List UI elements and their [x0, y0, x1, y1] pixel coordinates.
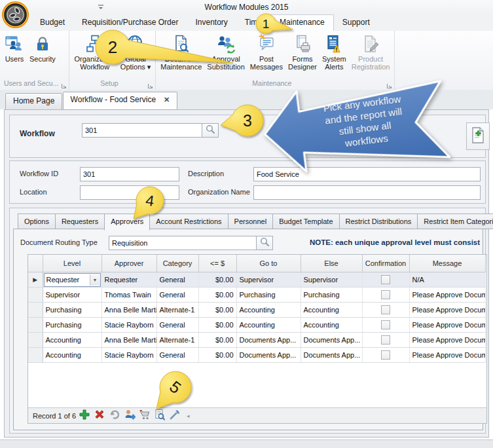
undo-button[interactable]: [108, 409, 121, 422]
delete-button[interactable]: [93, 409, 106, 422]
cell-confirmation[interactable]: [362, 333, 409, 348]
cell-goto[interactable]: Purchasing: [236, 288, 301, 303]
confirmation-checkbox[interactable]: [381, 335, 390, 345]
cell-amount[interactable]: $0.00: [198, 288, 236, 303]
cell-else[interactable]: Documents App...: [301, 348, 362, 363]
security-button[interactable]: Security: [27, 33, 58, 64]
cell-else[interactable]: Accounting: [301, 318, 362, 333]
cell-level[interactable]: Accounting: [43, 348, 101, 363]
cell-category[interactable]: General: [156, 288, 198, 303]
cell-else[interactable]: Documents App...: [301, 333, 362, 348]
cell-confirmation[interactable]: [362, 303, 409, 318]
dropdown-caret-icon[interactable]: ▼: [90, 274, 100, 286]
dialog-launcher-icon[interactable]: [61, 82, 67, 88]
ribbon-tab-support[interactable]: Support: [334, 14, 378, 30]
confirmation-checkbox[interactable]: [381, 350, 390, 360]
cell-else[interactable]: Supervisor: [301, 272, 362, 288]
tab-restrict-item-categories[interactable]: Restrict Item Categories: [417, 214, 493, 229]
cell-level[interactable]: Accounting: [43, 333, 101, 348]
level-editor[interactable]: Requester▼: [44, 273, 101, 287]
users-button[interactable]: Users: [2, 33, 27, 64]
doc-tab-workflow-food-service[interactable]: Workflow - Food Service✕: [63, 92, 178, 110]
cell-level[interactable]: Purchasing: [43, 303, 101, 318]
cell-message[interactable]: Please Approve Documen.: [409, 348, 485, 363]
column-header-category[interactable]: Category: [156, 255, 198, 272]
cell-approver[interactable]: Stacie Rayborn: [101, 318, 156, 333]
dialog-launcher-icon[interactable]: [386, 82, 392, 88]
ribbon-tab-maintenance[interactable]: Maintenance: [270, 14, 334, 31]
cell-category[interactable]: Alternate-1: [156, 303, 198, 318]
cell-confirmation[interactable]: [362, 318, 409, 333]
cell-amount[interactable]: $0.00: [198, 272, 236, 288]
approval-substitution-button[interactable]: ApprovalSubstitution: [204, 33, 247, 72]
column-header-else[interactable]: Else: [301, 255, 362, 272]
organization-name-input[interactable]: [253, 185, 481, 200]
cell-message[interactable]: N/A: [409, 272, 485, 288]
cell-level[interactable]: Purchasing: [43, 318, 101, 333]
workflow-input[interactable]: [82, 123, 204, 138]
close-icon[interactable]: ✕: [164, 92, 170, 107]
global-options-button[interactable]: iGlobalOptions ▾: [118, 33, 154, 72]
description-input[interactable]: [253, 167, 481, 181]
cell-approver[interactable]: Anna Belle Martin: [101, 303, 156, 318]
table-row[interactable]: PurchasingAnna Belle MartinAlternate-1$0…: [28, 303, 485, 318]
cell-goto[interactable]: Documents App...: [236, 348, 301, 363]
column-header-confirmation[interactable]: Confirmation: [362, 255, 409, 272]
tab-budget-template[interactable]: Budget Template: [272, 214, 339, 229]
cell-goto[interactable]: Accounting: [236, 318, 301, 333]
location-input[interactable]: [80, 185, 179, 200]
scroll-left-icon[interactable]: ◂: [187, 413, 190, 419]
cell-category[interactable]: Alternate-1: [156, 333, 198, 348]
cell-confirmation[interactable]: [362, 288, 409, 303]
ribbon-tab-requisition-purchase-order[interactable]: Requisition/Purchase Order: [73, 14, 187, 30]
tab-personnel[interactable]: Personnel: [228, 214, 274, 229]
preview-button[interactable]: [153, 409, 166, 422]
cell-approver[interactable]: Thomas Twain: [101, 288, 156, 303]
document-maintenance-button[interactable]: DocumentMaintenance: [158, 33, 204, 72]
new-record-button[interactable]: [466, 122, 490, 150]
confirmation-checkbox[interactable]: [381, 290, 390, 299]
cell-else[interactable]: Purchasing: [301, 288, 362, 303]
quick-access-caret-icon[interactable]: [97, 3, 105, 11]
tab-options[interactable]: Options: [18, 214, 56, 229]
tab-restrict-distributions[interactable]: Restrict Distributions: [339, 214, 418, 229]
confirmation-checkbox[interactable]: [381, 275, 390, 284]
routing-type-input[interactable]: [109, 236, 257, 250]
cell-level[interactable]: Supervisor: [43, 288, 101, 303]
tab-account-restrictions[interactable]: Account Restrictions: [149, 214, 228, 229]
tools-button[interactable]: [168, 409, 181, 422]
ribbon-tab-budget[interactable]: Budget: [31, 14, 73, 30]
cell-amount[interactable]: $0.00: [198, 303, 236, 318]
add-button[interactable]: [78, 409, 91, 422]
post-messages-button[interactable]: PostMessages: [247, 33, 285, 72]
confirmation-checkbox[interactable]: [381, 305, 390, 314]
workflow-id-input[interactable]: [80, 167, 179, 181]
user-assign-button[interactable]: [123, 409, 136, 422]
cell-goto[interactable]: Supervisor: [236, 272, 301, 288]
cell-message[interactable]: Please Approve Documen.: [409, 303, 485, 318]
cell-approver[interactable]: Stacie Rayborn: [101, 348, 156, 363]
cell-category[interactable]: General: [156, 348, 198, 363]
system-alerts-button[interactable]: SystemAlerts: [320, 33, 349, 72]
routing-search-button[interactable]: [256, 236, 273, 250]
doc-tab-home-page[interactable]: Home Page: [5, 93, 62, 110]
cell-confirmation[interactable]: [362, 348, 409, 363]
forms-designer-button[interactable]: FormsDesigner: [285, 33, 320, 72]
tab-requesters[interactable]: Requesters: [55, 214, 105, 229]
product-registration-button[interactable]: ProductRegistration: [349, 33, 393, 72]
cell-level[interactable]: Requester▼: [43, 272, 101, 288]
column-header--$[interactable]: <= $: [198, 255, 236, 272]
cell-confirmation[interactable]: [362, 272, 409, 288]
dialog-launcher-icon[interactable]: [147, 82, 153, 88]
cart-button[interactable]: [138, 409, 151, 422]
column-header-go-to[interactable]: Go to: [236, 255, 301, 272]
cell-goto[interactable]: Accounting: [236, 303, 301, 318]
tab-approvers[interactable]: Approvers: [104, 214, 150, 231]
app-logo-icon[interactable]: [1, 1, 29, 29]
ribbon-tab-inventory[interactable]: Inventory: [187, 14, 236, 30]
column-header-level[interactable]: Level: [43, 255, 101, 272]
cell-category[interactable]: General: [156, 272, 198, 288]
cell-amount[interactable]: $0.00: [198, 333, 236, 348]
column-header-message[interactable]: Message: [409, 255, 485, 272]
cell-amount[interactable]: $0.00: [198, 348, 236, 363]
